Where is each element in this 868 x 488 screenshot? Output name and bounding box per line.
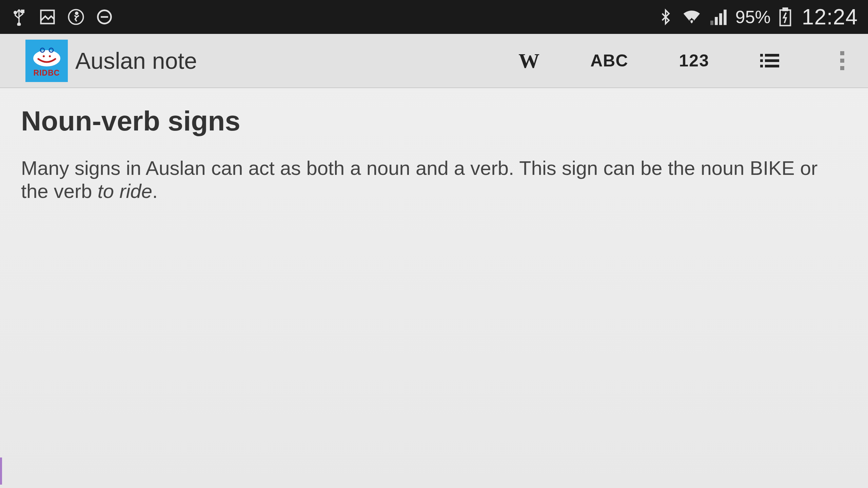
battery-percent: 95%: [735, 7, 771, 27]
svg-point-18: [49, 55, 51, 57]
svg-point-0: [14, 12, 17, 14]
content-body: Many signs in Auslan can act as both a n…: [21, 157, 828, 203]
status-clock: 12:24: [802, 4, 858, 29]
svg-rect-24: [765, 65, 779, 67]
status-right-icons: 95% 12:24: [657, 4, 858, 29]
svg-rect-9: [715, 17, 718, 25]
svg-point-2: [18, 23, 20, 26]
overflow-dot-icon: [840, 51, 844, 55]
body-text-post: .: [152, 180, 158, 202]
logo-brand-text: RIDBC: [34, 68, 60, 78]
svg-rect-10: [719, 13, 722, 25]
svg-rect-1: [21, 10, 24, 13]
running-icon: [67, 8, 85, 26]
content-heading: Noun-verb signs: [21, 105, 847, 137]
app-actions: W ABC 123: [518, 48, 854, 74]
status-bar: 95% 12:24: [0, 0, 868, 34]
word-lookup-button[interactable]: W: [518, 49, 539, 73]
svg-rect-21: [760, 59, 763, 62]
svg-rect-8: [710, 21, 713, 25]
overflow-dot-icon: [840, 59, 844, 63]
list-button[interactable]: [760, 53, 779, 69]
svg-rect-19: [760, 54, 763, 57]
do-not-disturb-icon: [96, 8, 113, 26]
overflow-menu-button[interactable]: [830, 48, 854, 74]
svg-rect-20: [765, 54, 779, 57]
svg-rect-22: [765, 59, 779, 62]
cellular-signal-icon: [710, 9, 727, 25]
bluetooth-icon: [657, 7, 674, 27]
svg-rect-11: [724, 9, 727, 25]
svg-rect-23: [760, 65, 763, 67]
svg-point-14: [33, 50, 60, 66]
edge-indicator: [0, 458, 2, 485]
numbers-button[interactable]: 123: [679, 51, 709, 70]
list-icon: [760, 53, 779, 69]
wifi-icon: [682, 8, 702, 25]
usb-icon: [10, 8, 28, 26]
svg-point-5: [76, 12, 78, 14]
svg-point-17: [43, 55, 45, 57]
body-text-italic: to ride: [98, 180, 152, 202]
status-left-icons: [10, 8, 113, 26]
battery-charging-icon: [779, 7, 792, 26]
svg-rect-13: [783, 8, 787, 11]
app-logo[interactable]: RIDBC: [25, 40, 68, 82]
abc-button[interactable]: ABC: [590, 51, 628, 70]
app-title: Auslan note: [75, 47, 197, 74]
logo-face-icon: [32, 44, 62, 68]
image-icon: [39, 8, 56, 26]
overflow-dot-icon: [840, 66, 844, 70]
app-bar: RIDBC Auslan note W ABC 123: [0, 34, 868, 88]
content-area: Noun-verb signs Many signs in Auslan can…: [0, 88, 868, 220]
